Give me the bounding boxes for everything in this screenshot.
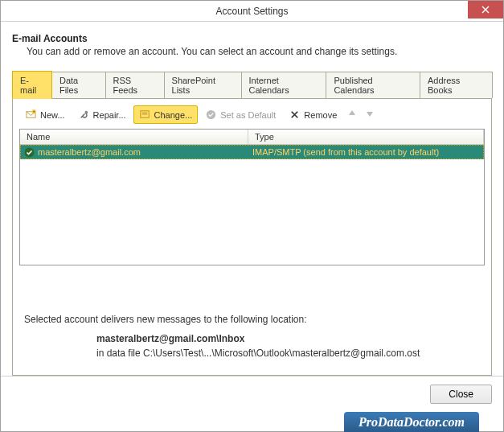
- svg-point-2: [84, 111, 88, 114]
- content-area: E-mail Accounts You can add or remove an…: [1, 22, 503, 376]
- tab-email[interactable]: E-mail: [12, 71, 52, 99]
- move-up-button: [344, 107, 360, 122]
- set-default-button: Set as Default: [199, 105, 281, 124]
- close-icon: [481, 6, 490, 14]
- repair-label: Repair...: [93, 110, 126, 120]
- tab-data-files[interactable]: Data Files: [51, 72, 106, 98]
- move-down-button: [362, 107, 378, 122]
- new-icon: [25, 109, 37, 121]
- column-header-name[interactable]: Name: [20, 130, 248, 144]
- tab-panel-email: New... Repair... Change...: [12, 99, 492, 376]
- delivery-title: Selected account delivers new messages t…: [24, 314, 480, 325]
- window-title: Account Settings: [215, 6, 288, 17]
- account-settings-window: Account Settings E-mail Accounts You can…: [0, 0, 504, 432]
- change-icon: [139, 109, 151, 121]
- repair-icon: [78, 109, 90, 121]
- delivery-section: Selected account delivers new messages t…: [24, 314, 480, 359]
- account-name: masteralbertz@gmail.com: [38, 147, 141, 157]
- arrow-up-icon: [347, 109, 357, 118]
- close-button[interactable]: Close: [430, 385, 492, 404]
- change-label: Change...: [154, 110, 193, 120]
- footer: Close: [1, 376, 503, 412]
- table-row[interactable]: masteralbertz@gmail.com IMAP/SMTP (send …: [20, 145, 484, 159]
- toolbar: New... Repair... Change...: [19, 105, 485, 124]
- cell-name: masteralbertz@gmail.com: [21, 147, 249, 158]
- header-title: E-mail Accounts: [12, 33, 492, 44]
- watermark: ProDataDoctor.com: [344, 412, 479, 432]
- remove-button[interactable]: Remove: [283, 105, 342, 124]
- remove-icon: [289, 109, 301, 121]
- change-button[interactable]: Change...: [133, 105, 199, 124]
- svg-rect-5: [141, 114, 147, 115]
- check-circle-icon: [205, 109, 217, 121]
- new-button[interactable]: New...: [19, 105, 71, 124]
- remove-label: Remove: [304, 110, 337, 120]
- cell-type: IMAP/SMTP (send from this account by def…: [249, 147, 483, 157]
- tab-list: E-mail Data Files RSS Feeds SharePoint L…: [12, 72, 492, 99]
- delivery-path: in data file C:\Users\Test\...\Microsoft…: [96, 348, 480, 359]
- arrow-down-icon: [365, 109, 375, 118]
- table-header: Name Type: [20, 130, 484, 145]
- tab-address-books[interactable]: Address Books: [420, 72, 493, 98]
- tab-internet-calendars[interactable]: Internet Calendars: [241, 72, 327, 98]
- window-close-button[interactable]: [468, 1, 503, 19]
- accounts-table: Name Type masteralbertz@gmail.com IMAP/S…: [19, 129, 485, 265]
- new-label: New...: [40, 110, 65, 120]
- set-default-label: Set as Default: [220, 110, 276, 120]
- delivery-location: masteralbertz@gmail.com\Inbox: [96, 333, 480, 344]
- svg-rect-4: [141, 113, 147, 113]
- tab-rss-feeds[interactable]: RSS Feeds: [105, 72, 165, 98]
- titlebar: Account Settings: [1, 1, 503, 22]
- column-header-type[interactable]: Type: [248, 130, 484, 144]
- header-section: E-mail Accounts You can add or remove an…: [12, 33, 492, 57]
- tab-sharepoint-lists[interactable]: SharePoint Lists: [164, 72, 242, 98]
- header-description: You can add or remove an account. You ca…: [27, 46, 492, 57]
- repair-button[interactable]: Repair...: [72, 105, 132, 124]
- tab-published-calendars[interactable]: Published Calendars: [326, 72, 420, 98]
- default-account-icon: [24, 147, 35, 158]
